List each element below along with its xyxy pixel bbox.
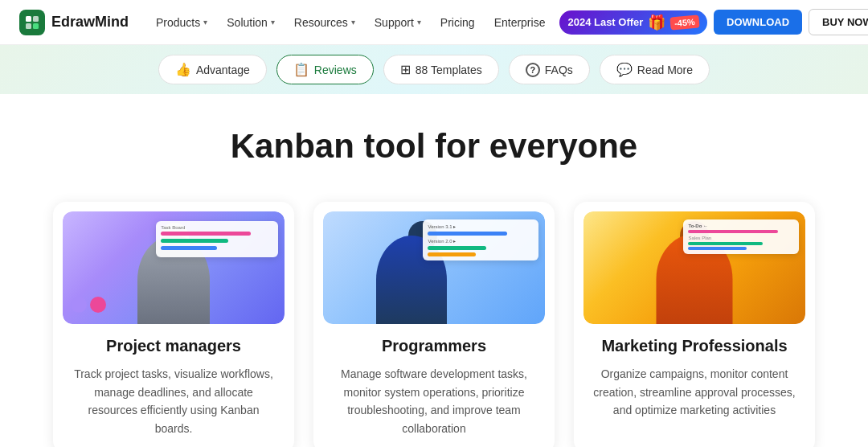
tab-templates[interactable]: ⊞ 88 Templates (383, 55, 499, 84)
card-desc-2: Manage software development tasks, monit… (330, 365, 538, 437)
nav-items: Products ▾ Solution ▾ Resources ▾ Suppor… (148, 11, 553, 34)
nav-item-pricing[interactable]: Pricing (432, 11, 483, 34)
card-desc-3: Organize campaigns, monitor content crea… (590, 365, 799, 419)
card-image-2: Version 3.1 ▸ Version 2.0 ▸ (323, 211, 545, 324)
card-title-2: Programmers (330, 337, 538, 355)
offer-percent: -45% (670, 14, 700, 30)
cards-section: Task Board Project managers Track projec… (0, 182, 868, 447)
tab-read-more[interactable]: 💬 Read More (600, 55, 710, 84)
tab-faqs[interactable]: ? FAQs (509, 55, 590, 84)
card-image-1: Task Board (63, 211, 285, 324)
tab-reviews[interactable]: 📋 Reviews (276, 55, 374, 84)
svg-rect-2 (26, 23, 31, 29)
nav-item-resources[interactable]: Resources ▾ (286, 11, 363, 34)
chevron-down-icon: ▾ (417, 18, 421, 27)
card-title-1: Project managers (69, 337, 278, 355)
card-body-3: Marketing Professionals Organize campaig… (574, 324, 815, 435)
offer-text: 2024 Last Offer (567, 16, 643, 28)
logo[interactable]: EdrawMind (19, 10, 129, 35)
nav-item-products[interactable]: Products ▾ (148, 11, 215, 34)
card-marketing: To-Do ← Sales Plan Marketing Professiona… (574, 202, 815, 447)
svg-rect-1 (33, 16, 39, 22)
question-icon: ? (526, 63, 540, 77)
card-image-3: To-Do ← Sales Plan (583, 211, 805, 324)
gift-icon: 🎁 (648, 14, 665, 31)
tab-advantage[interactable]: 👍 Advantage (158, 55, 267, 84)
kanban-dot-1 (71, 297, 87, 313)
download-button[interactable]: DOWNLOAD (714, 10, 802, 35)
thumbs-up-icon: 👍 (175, 62, 191, 77)
chevron-down-icon: ▾ (203, 18, 207, 27)
svg-rect-0 (26, 16, 31, 22)
logo-text: EdrawMind (51, 14, 129, 31)
buy-now-button[interactable]: BUY NOW (809, 9, 868, 35)
chat-icon: 💬 (616, 62, 633, 77)
card-programmers: Version 3.1 ▸ Version 2.0 ▸ Programmers … (313, 202, 555, 447)
svg-rect-3 (33, 23, 39, 29)
nav-item-enterprise[interactable]: Enterprise (486, 11, 554, 34)
grid-icon: ⊞ (400, 62, 411, 77)
hero-title: Kanban tool for everyone (16, 126, 852, 166)
logo-icon (19, 10, 45, 35)
card-project-managers: Task Board Project managers Track projec… (53, 202, 294, 447)
hero-section: Kanban tool for everyone (0, 94, 868, 182)
offer-badge[interactable]: 2024 Last Offer 🎁 -45% (559, 10, 707, 35)
nav-item-solution[interactable]: Solution ▾ (219, 11, 283, 34)
chevron-down-icon: ▾ (271, 18, 275, 27)
card-body-1: Project managers Track project tasks, vi… (53, 324, 294, 447)
nav-item-support[interactable]: Support ▾ (366, 11, 429, 34)
navbar: EdrawMind Products ▾ Solution ▾ Resource… (0, 0, 868, 45)
card-desc-1: Track project tasks, visualize workflows… (69, 365, 278, 437)
tabs-bar: 👍 Advantage 📋 Reviews ⊞ 88 Templates ? F… (0, 45, 868, 94)
card-title-3: Marketing Professionals (590, 337, 799, 355)
clipboard-icon: 📋 (293, 62, 309, 77)
card-body-2: Programmers Manage software development … (313, 324, 555, 447)
chevron-down-icon: ▾ (351, 18, 355, 27)
kanban-dot-2 (90, 297, 106, 313)
